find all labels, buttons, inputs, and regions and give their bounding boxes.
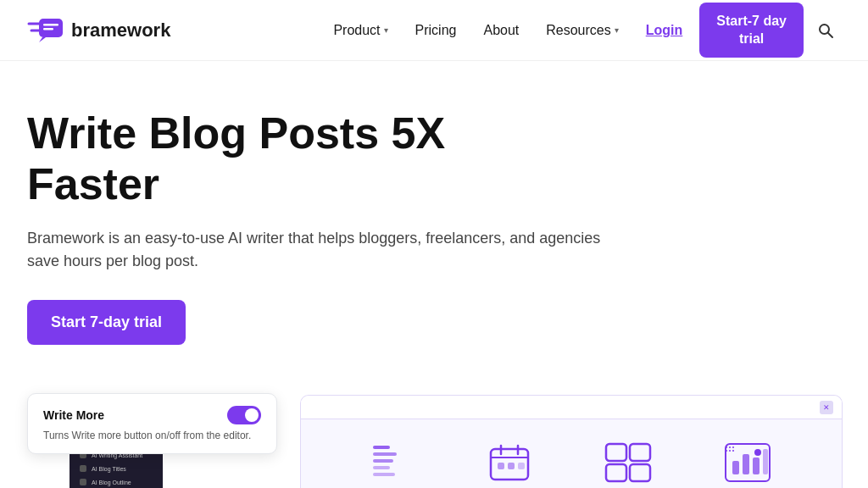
calendar-icon (486, 441, 533, 485)
chevron-down-icon-2: ▾ (615, 25, 619, 35)
svg-rect-22 (606, 464, 626, 481)
sidebar-mock-item-outline: AI Blog Outline (76, 476, 156, 488)
dashboard-topbar: ✕ (301, 396, 842, 419)
chevron-down-icon: ▾ (384, 25, 388, 35)
search-icon (817, 22, 834, 39)
svg-point-29 (754, 449, 761, 456)
nav-about[interactable]: About (473, 16, 529, 45)
svg-rect-4 (43, 28, 53, 30)
svg-rect-17 (498, 463, 504, 469)
dashboard-icon-2 (486, 441, 533, 485)
logo-icon (27, 14, 64, 47)
hero-subtitle: Bramework is an easy-to-use AI writer th… (27, 227, 604, 273)
chart-icon (722, 441, 773, 485)
svg-rect-8 (373, 446, 390, 449)
hero-section: Write Blog Posts 5X Faster Bramework is … (0, 61, 868, 345)
login-link[interactable]: Login (636, 16, 693, 45)
tooltip-popup: Write More Turns Write more button on/of… (27, 393, 277, 454)
svg-marker-5 (39, 37, 46, 42)
hero-cta-button[interactable]: Start 7-day trial (27, 300, 186, 345)
mockup-area: Write More Turns Write more button on/of… (0, 369, 868, 488)
svg-rect-3 (43, 24, 58, 26)
nav-resources[interactable]: Resources ▾ (536, 16, 628, 45)
hero-title: Write Blog Posts 5X Faster (27, 108, 536, 210)
svg-rect-27 (753, 458, 760, 474)
svg-rect-9 (373, 452, 397, 456)
svg-rect-25 (732, 461, 739, 474)
dashboard-mockup: ✕ (300, 395, 843, 488)
dashboard-close-btn[interactable]: ✕ (820, 401, 833, 414)
svg-line-7 (828, 33, 832, 37)
cta-trial-button[interactable]: Start-7 daytrial (699, 3, 804, 58)
tooltip-description: Turns Write more button on/off from the … (43, 430, 261, 441)
svg-rect-26 (743, 454, 749, 474)
nav-product[interactable]: Product ▾ (323, 16, 398, 45)
svg-rect-21 (630, 444, 650, 461)
svg-rect-11 (373, 466, 390, 469)
sidebar-mock-item-titles: AI Blog Titles (76, 463, 156, 474)
logo[interactable]: bramework (27, 14, 170, 47)
svg-rect-23 (630, 464, 650, 481)
grid-layout-icon (603, 441, 654, 485)
svg-rect-10 (373, 459, 393, 463)
dashboard-icon-3 (603, 441, 654, 485)
text-lines-icon (370, 441, 417, 485)
header: bramework Product ▾ Pricing About Resour… (0, 0, 868, 61)
search-button[interactable] (810, 15, 841, 46)
svg-rect-18 (508, 463, 515, 469)
dashboard-icon-1 (370, 441, 417, 485)
tooltip-label: Write More (43, 408, 104, 422)
dashboard-icon-4 (722, 441, 773, 485)
dashboard-content (301, 419, 842, 488)
svg-rect-19 (518, 463, 525, 469)
write-more-toggle[interactable] (227, 406, 261, 424)
nav: Product ▾ Pricing About Resources ▾ Logi… (323, 3, 841, 58)
svg-rect-12 (373, 473, 395, 476)
svg-rect-28 (763, 449, 768, 474)
nav-pricing[interactable]: Pricing (405, 16, 467, 45)
logo-text: bramework (71, 19, 170, 42)
svg-rect-20 (606, 444, 626, 461)
